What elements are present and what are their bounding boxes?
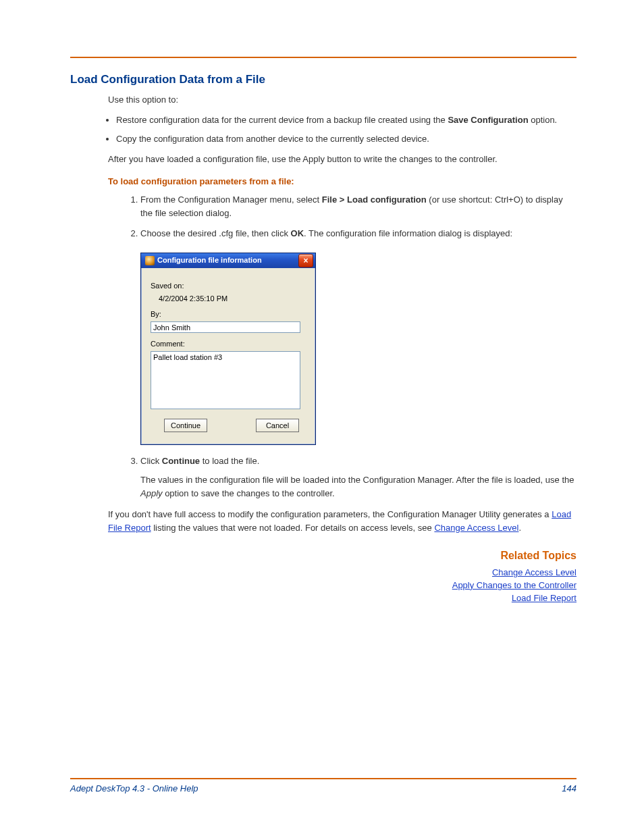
dialog-titlebar[interactable]: Configuration file information × bbox=[141, 253, 315, 268]
text: listing the values that were not loaded.… bbox=[151, 523, 435, 533]
related-change-access-level[interactable]: Change Access Level bbox=[70, 567, 576, 577]
step-2: Choose the desired .cfg file, then click… bbox=[140, 227, 576, 445]
intro-bullets: Restore configuration data for the curre… bbox=[70, 113, 576, 146]
continue-button[interactable]: Continue bbox=[164, 419, 207, 432]
after-bullets-text: After you have loaded a configuration fi… bbox=[108, 153, 576, 166]
text: The values in the configuration file wil… bbox=[140, 475, 574, 485]
change-access-level-link[interactable]: Change Access Level bbox=[434, 523, 518, 533]
procedure-steps: From the Configuration Manager menu, sel… bbox=[122, 193, 576, 501]
page-number: 144 bbox=[562, 783, 576, 793]
comment-label: Comment: bbox=[151, 338, 306, 350]
text-bold: Save Configuration bbox=[448, 115, 528, 125]
footer-rule bbox=[70, 778, 576, 779]
close-icon[interactable]: × bbox=[298, 254, 313, 267]
text: option. bbox=[529, 115, 558, 125]
footer-title: Adept DeskTop 4.3 - Online Help bbox=[70, 783, 198, 793]
text-italic: Apply bbox=[140, 488, 163, 498]
text: If you don't have full access to modify … bbox=[108, 509, 552, 519]
related-load-file-report[interactable]: Load File Report bbox=[70, 593, 576, 603]
comment-field[interactable]: Pallet load station #3 bbox=[151, 351, 300, 409]
dialog-title: Configuration file information bbox=[157, 255, 298, 266]
bullet-copy: Copy the configuration data from another… bbox=[116, 132, 576, 146]
related-apply-changes[interactable]: Apply Changes to the Controller bbox=[70, 580, 576, 590]
by-field[interactable] bbox=[151, 321, 300, 333]
bullet-restore: Restore configuration data for the curre… bbox=[116, 113, 576, 127]
text: . bbox=[518, 523, 521, 533]
intro-text: Use this option to: bbox=[108, 93, 576, 107]
text: option to save the changes to the contro… bbox=[163, 488, 335, 498]
text-bold: Continue bbox=[162, 456, 200, 466]
step-1: From the Configuration Manager menu, sel… bbox=[140, 193, 576, 220]
cancel-button[interactable]: Cancel bbox=[256, 419, 299, 432]
access-note: If you don't have full access to modify … bbox=[108, 508, 576, 535]
related-heading: Related Topics bbox=[70, 550, 576, 562]
text: Restore configuration data for the curre… bbox=[116, 115, 448, 125]
text: . The configuration file information dia… bbox=[304, 228, 512, 238]
text-bold: File > Load configuration bbox=[322, 194, 427, 205]
step-3-after: The values in the configuration file wil… bbox=[140, 473, 576, 500]
saved-on-value: 4/2/2004 2:35:10 PM bbox=[159, 293, 306, 305]
text: Choose the desired .cfg file, then click bbox=[140, 228, 291, 238]
procedure-heading: To load configuration parameters from a … bbox=[108, 176, 576, 186]
saved-on-label: Saved on: bbox=[151, 280, 306, 292]
page-footer: Adept DeskTop 4.3 - Online Help 144 bbox=[70, 778, 576, 793]
related-topics: Related Topics Change Access Level Apply… bbox=[70, 550, 576, 603]
page-title: Load Configuration Data from a File bbox=[70, 73, 576, 86]
app-icon bbox=[145, 256, 155, 265]
text-bold: OK bbox=[291, 228, 304, 238]
text: Click bbox=[140, 456, 162, 466]
top-rule bbox=[70, 57, 576, 58]
text: to load the file. bbox=[200, 456, 259, 466]
by-label: By: bbox=[151, 309, 306, 320]
text: From the Configuration Manager menu, sel… bbox=[140, 194, 322, 205]
config-file-info-dialog: Configuration file information × Saved o… bbox=[140, 253, 316, 445]
step-3: Click Continue to load the file. The val… bbox=[140, 454, 576, 500]
